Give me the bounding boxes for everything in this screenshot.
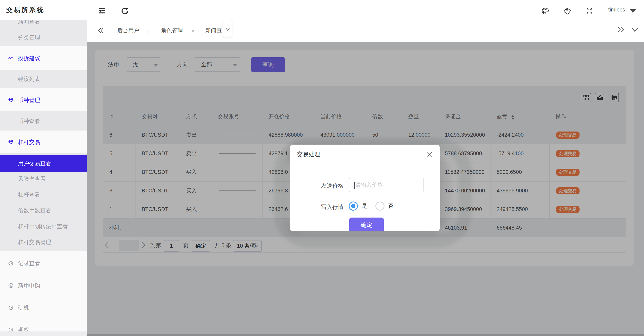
svg-text:$: $: [10, 284, 12, 287]
